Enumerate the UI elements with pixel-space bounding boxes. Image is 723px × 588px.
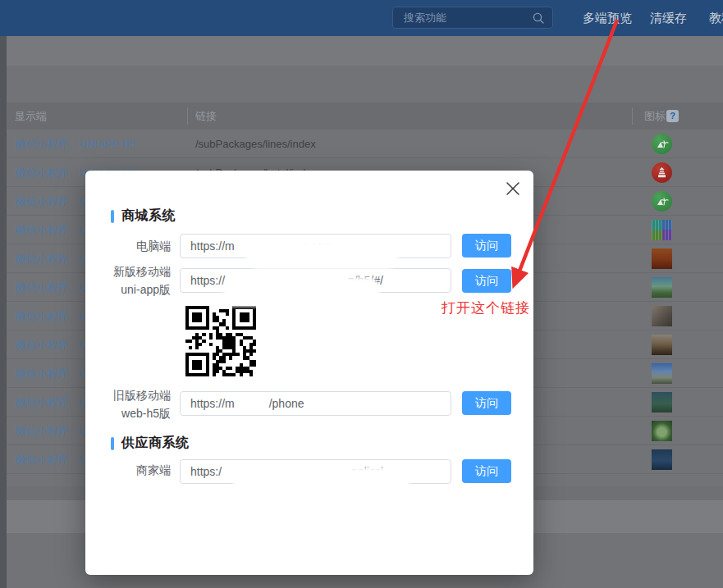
section-bar xyxy=(111,437,114,450)
section-bar xyxy=(111,210,114,223)
old-mobile-url-field[interactable]: https://m/phone xyxy=(180,391,451,416)
redaction-smudge xyxy=(223,277,379,307)
visit-merchant-button[interactable]: 访问 xyxy=(462,459,511,483)
redaction-smudge xyxy=(246,241,398,269)
menu-multi-preview[interactable]: 多端预览 xyxy=(583,0,632,36)
search-icon xyxy=(532,11,545,25)
search-input[interactable]: 搜索功能 xyxy=(392,7,553,29)
qr-code xyxy=(185,306,257,376)
label-pc: 电脑端 xyxy=(92,237,171,255)
close-icon[interactable] xyxy=(506,181,520,196)
section-mall-system: 商城系统 xyxy=(111,207,176,225)
menu-clear-cache[interactable]: 清缓存 xyxy=(650,0,687,36)
page: 显示端 链接 图标 ? 微信小程序、UNIAPP H5 /subPackages… xyxy=(0,0,723,588)
menu-tutorial[interactable]: 教程 xyxy=(709,0,723,36)
label-old-mobile: 旧版移动端 web-h5版 xyxy=(92,386,171,422)
search-placeholder: 搜索功能 xyxy=(393,11,532,25)
visit-pc-button[interactable]: 访问 xyxy=(462,234,511,258)
visit-new-mobile-button[interactable]: 访问 xyxy=(462,269,511,293)
label-new-mobile: 新版移动端 uni-app版 xyxy=(92,262,171,299)
redaction-smudge xyxy=(233,467,410,497)
visit-old-mobile-button[interactable]: 访问 xyxy=(462,391,511,415)
preview-links-dialog: 商城系统 电脑端 https://mw.com 访问 新版移动端 uni-app… xyxy=(85,171,533,575)
label-merchant: 商家端 xyxy=(92,461,171,479)
section-supplier-system: 供应商系统 xyxy=(111,435,190,452)
section-title: 供应商系统 xyxy=(121,435,190,452)
top-navbar: 搜索功能 多端预览 清缓存 教程 xyxy=(0,0,723,36)
section-title: 商城系统 xyxy=(121,207,176,225)
